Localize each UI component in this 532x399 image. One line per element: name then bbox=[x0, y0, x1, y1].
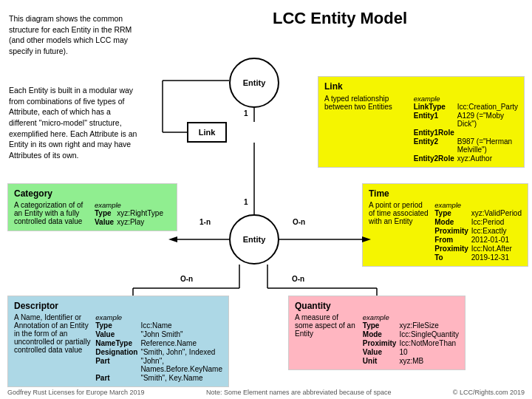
descriptor-example-label: example bbox=[95, 313, 222, 321]
label-0n-bottom-right: O-n bbox=[292, 275, 304, 283]
quantity-panel-desc: A measure of some aspect of an Entity bbox=[295, 313, 358, 338]
descriptor-panel-desc: A Name, Identifier or Annotation of an E… bbox=[14, 313, 91, 354]
page-title: LCC Entity Model bbox=[148, 9, 532, 28]
link-example-label: example bbox=[414, 95, 518, 103]
category-fields: Typexyz:RightType Valuexyz:Play bbox=[95, 209, 171, 226]
time-panel: Time A point or period of time associate… bbox=[362, 183, 528, 267]
descriptor-panel: Descriptor A Name, Identifier or Annotat… bbox=[7, 296, 229, 387]
quantity-example-label: example bbox=[363, 313, 459, 321]
descriptor-fields: TypeIcc:Name Value"John Smith" NameTypeR… bbox=[95, 321, 222, 382]
quantity-panel-title: Quantity bbox=[295, 301, 459, 311]
time-fields: Typexyz:ValidPeriod ModeIcc:Period Proxi… bbox=[434, 209, 522, 262]
each-entity-text: Each Entity is built in a modular way fr… bbox=[9, 85, 138, 161]
quantity-fields: Typexyz:FileSize ModeIcc:SingleQuantity … bbox=[363, 321, 459, 365]
page: LCC Entity Model This diagram shows the … bbox=[0, 0, 532, 399]
link-panel-desc: A typed relationship between two Entitie… bbox=[324, 95, 408, 111]
label-1n-left: 1-n bbox=[200, 218, 211, 226]
category-panel-desc: A categorization of of an Entity with a … bbox=[14, 201, 90, 225]
link-fields: LinkTypeIcc:Creation_Party Entity1A129 (… bbox=[414, 103, 518, 163]
footer-left: Godfrey Rust Licenses for Europe March 2… bbox=[7, 389, 145, 396]
link-box: Link bbox=[187, 122, 227, 143]
intro-text: This diagram shows the common structure … bbox=[9, 13, 138, 57]
footer-note: Note: Some Element names are abbreviated… bbox=[206, 389, 392, 396]
label-1-top: 1 bbox=[244, 109, 248, 117]
category-panel-title: Category bbox=[14, 188, 171, 199]
label-1-mid: 1 bbox=[244, 198, 248, 206]
time-panel-desc: A point or period of time associated wit… bbox=[369, 201, 430, 225]
time-example-label: example bbox=[434, 201, 522, 209]
entity-node-mid: Entity bbox=[229, 214, 279, 265]
quantity-panel: Quantity A measure of some aspect of an … bbox=[288, 296, 466, 370]
link-panel-title: Link bbox=[324, 81, 518, 92]
entity-node-top: Entity bbox=[229, 58, 279, 108]
label-0n-right: O-n bbox=[293, 218, 305, 226]
category-example-label: example bbox=[95, 201, 171, 209]
svg-marker-6 bbox=[168, 236, 177, 242]
label-0n-bottom-left: O-n bbox=[180, 275, 193, 283]
time-panel-title: Time bbox=[369, 188, 522, 199]
link-panel: Link A typed relationship between two En… bbox=[318, 76, 525, 168]
footer-right: © LCC/Rights.com 2019 bbox=[453, 389, 525, 396]
footer: Godfrey Rust Licenses for Europe March 2… bbox=[7, 389, 525, 396]
category-panel: Category A categorization of of an Entit… bbox=[7, 183, 177, 231]
descriptor-panel-title: Descriptor bbox=[14, 301, 222, 311]
